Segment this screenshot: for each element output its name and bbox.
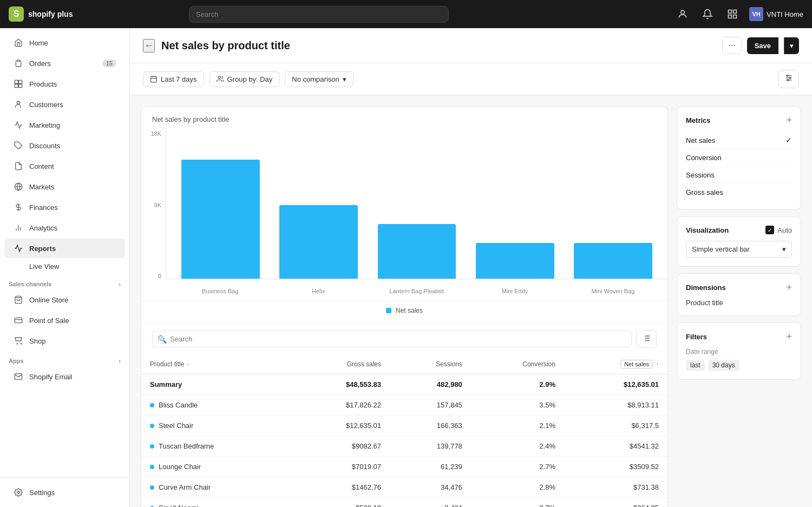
content-icon [13, 161, 24, 172]
filter-tag-0: last [686, 360, 705, 371]
sidebar-item-finances[interactable]: Finances [4, 197, 125, 217]
chart-bar-3[interactable] [476, 243, 554, 279]
svg-point-21 [17, 344, 17, 344]
sidebar-item-orders[interactable]: Orders 15 [4, 54, 125, 73]
save-dropdown-button[interactable]: ▾ [784, 37, 799, 54]
svg-rect-6 [15, 80, 18, 83]
sidebar-item-discounts-label: Discounts [29, 142, 60, 150]
date-range-button[interactable]: Last 7 days [143, 71, 204, 87]
reports-icon [13, 243, 24, 254]
auto-checkbox[interactable]: ✓ Auto [765, 226, 792, 234]
metric-item-net-sales[interactable]: Net sales✓ [686, 131, 792, 149]
sidebar-item-products[interactable]: Products [4, 74, 125, 94]
sidebar-item-settings[interactable]: Settings [4, 483, 125, 502]
sidebar-item-marketing[interactable]: Marketing [4, 115, 125, 135]
table-options-button[interactable] [636, 330, 657, 348]
metric-item-sessions[interactable]: Sessions [686, 167, 792, 184]
legend-label: Net sales [396, 307, 423, 314]
visualization-title: Visualization [686, 226, 729, 234]
viz-type-select[interactable]: Simple vertical bar ▾ [686, 241, 792, 258]
search-input[interactable] [189, 6, 449, 23]
sidebar-item-content[interactable]: Content [4, 156, 125, 176]
metric-label-gross-sales: Gross sales [686, 188, 723, 196]
sidebar-item-point-of-sale[interactable]: Point of Sale [4, 311, 125, 330]
sidebar-item-online-store[interactable]: Online Store [4, 290, 125, 310]
finances-icon [13, 202, 24, 213]
viz-select-row: Simple vertical bar ▾ [686, 241, 792, 258]
chart-bar-group-2[interactable] [368, 224, 466, 279]
table-row[interactable]: Small Naomi $528.10 3,434 3.7% $264.05 [141, 498, 667, 508]
table-row[interactable]: Summary $48,553.83 482,980 2.9% $12,635.… [141, 374, 667, 395]
filter-tags: last30 days [686, 360, 792, 371]
sidebar-item-shop[interactable]: Shop [4, 331, 125, 351]
sidebar-item-home[interactable]: Home [4, 33, 125, 52]
shopify-email-icon [13, 371, 24, 382]
table-search-input[interactable] [152, 331, 632, 347]
save-button[interactable]: Save [747, 37, 778, 54]
table-row[interactable]: Steel Chair $12,635.01 166,363 2.1% $6,3… [141, 416, 667, 436]
chart-settings-button[interactable] [778, 70, 799, 88]
back-button[interactable]: ← [143, 39, 155, 52]
chart-bar-2[interactable] [378, 224, 456, 279]
th-gross-sales[interactable]: Gross sales [292, 354, 390, 374]
svg-point-0 [681, 10, 685, 14]
sidebar-item-online-store-label: Online Store [29, 296, 68, 304]
sidebar-item-customers[interactable]: Customers [4, 95, 125, 114]
chart-bar-4[interactable] [574, 243, 652, 279]
metric-label-sessions: Sessions [686, 171, 715, 179]
sales-channels-section[interactable]: Sales channels › [0, 274, 129, 289]
grid-icon[interactable] [724, 6, 741, 22]
cell-conversion: 3.5% [471, 395, 564, 416]
storefront-icon[interactable] [675, 6, 691, 22]
cell-sessions: 139,778 [390, 436, 471, 457]
sidebar-item-discounts[interactable]: Discounts [4, 136, 125, 155]
th-sessions[interactable]: Sessions [390, 354, 471, 374]
table-row[interactable]: Lounge Chair $7019.07 61,239 2.7% $3509.… [141, 457, 667, 477]
chart-bar-0[interactable] [181, 160, 260, 279]
chart-bar-group-0[interactable] [172, 160, 270, 279]
th-conversion[interactable]: Conversion [471, 354, 564, 374]
table-row[interactable]: Bliss Candle $17,826.22 157,845 3.5% $8,… [141, 395, 667, 416]
filters-add-button[interactable]: + [786, 332, 792, 341]
page-header: ← Net sales by product title ··· Save ▾ [130, 28, 812, 63]
dimensions-add-button[interactable]: + [786, 282, 792, 292]
comparison-button[interactable]: No comparison ▾ [285, 71, 353, 87]
table-row[interactable]: Curve Arm Chair $1462.76 34,476 2.8% $73… [141, 477, 667, 498]
apps-label: Apps [9, 358, 24, 364]
svg-point-33 [789, 77, 791, 79]
table-row[interactable]: Tuscan Bedframe $9082.67 139,778 2.4% $4… [141, 436, 667, 457]
content-area: Net sales by product title 18K 9K 0 Busi… [130, 95, 812, 507]
cell-product: Lounge Chair [141, 457, 292, 477]
search-bar[interactable] [189, 6, 449, 23]
metric-label-net-sales: Net sales [686, 136, 715, 144]
apps-section[interactable]: Apps › [0, 351, 129, 366]
page-header-right: ··· Save ▾ [722, 37, 799, 54]
sidebar-item-markets[interactable]: Markets [4, 177, 125, 196]
shop-icon [13, 335, 24, 346]
sidebar: Home Orders 15 Products Customers Mark [0, 28, 130, 507]
chart-bar-group-4[interactable] [564, 243, 662, 279]
cell-gross-sales: $48,553.83 [292, 374, 390, 395]
group-by-button[interactable]: Group by: Day [209, 71, 280, 87]
svg-rect-4 [729, 15, 732, 18]
auto-checkbox-icon: ✓ [765, 226, 774, 234]
notification-bell-icon[interactable] [699, 6, 716, 22]
th-product-title[interactable]: Product title ↑ [141, 354, 292, 374]
metric-item-gross-sales[interactable]: Gross sales [686, 184, 792, 201]
more-options-button[interactable]: ··· [722, 37, 741, 54]
metrics-add-button[interactable]: + [786, 115, 792, 125]
filters-date-range-label: Date range [686, 348, 792, 355]
chart-bar-group-3[interactable] [466, 243, 564, 279]
sidebar-item-reports[interactable]: Reports [4, 239, 125, 258]
cell-sessions: 61,239 [390, 457, 471, 477]
chart-bar-group-1[interactable] [270, 205, 368, 279]
chart-bar-1[interactable] [279, 205, 358, 279]
sidebar-item-analytics[interactable]: Analytics [4, 218, 125, 238]
sidebar-item-shopify-email[interactable]: Shopify Email [4, 367, 125, 386]
cell-sessions: 157,845 [390, 395, 471, 416]
sidebar-sub-item-live-view[interactable]: Live View [4, 259, 125, 274]
svg-point-34 [787, 80, 789, 81]
metric-item-conversion[interactable]: Conversion [686, 149, 792, 167]
store-selector[interactable]: VH VNTI Home [749, 7, 803, 21]
th-net-sales[interactable]: Net sales ↑ [564, 354, 667, 374]
